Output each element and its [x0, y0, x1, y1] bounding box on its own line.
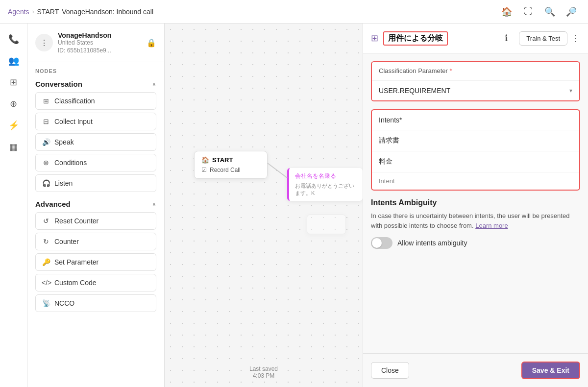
start-label: START: [212, 156, 233, 164]
canvas-node2-title: 会社名を名乗る: [295, 172, 357, 180]
node-speak[interactable]: 🔊 Speak: [35, 133, 156, 151]
sidebar-phone-btn[interactable]: 📞: [4, 29, 24, 49]
sidebar-crosshair-btn[interactable]: ⊕: [4, 94, 24, 114]
set-param-icon: 🔑: [42, 258, 50, 266]
node-listen[interactable]: 🎧 Listen: [35, 174, 156, 192]
canvas-node-3[interactable]: [307, 215, 346, 234]
home-node-icon: 🏠: [201, 156, 209, 164]
canvas: 🏠 START ☑ Record Call 会社名を名乗る お電話ありがとうござ…: [165, 24, 363, 387]
ambig-description: In case there is uncertainty between int…: [371, 211, 580, 230]
intent-item-2[interactable]: 料金: [372, 151, 579, 172]
breadcrumb-chevron-icon: ›: [32, 8, 34, 15]
learn-more-link[interactable]: Learn more: [475, 222, 508, 229]
agent-details: VonageHandson United States ID: 655b1310…: [58, 31, 111, 54]
right-panel-header: ⊞ 用件による分岐 ℹ Train & Test ⋮: [363, 24, 588, 53]
close-button[interactable]: Close: [371, 362, 409, 379]
node-counter[interactable]: ↻ Counter: [35, 233, 156, 250]
lock-icon: 🔒: [147, 38, 156, 48]
sidebar-layers-btn[interactable]: ⊞: [4, 73, 24, 92]
agent-id: ID: 655b131085e9...: [58, 47, 111, 54]
counter-label: Counter: [54, 238, 79, 245]
record-call-item: ☑ Record Call: [201, 167, 260, 173]
agent-name: VonageHandson: [58, 31, 111, 39]
ncco-icon: 📡: [42, 299, 50, 307]
collect-input-icon: ⊟: [42, 118, 50, 125]
canvas-node-2[interactable]: 会社名を名乗る お電話ありがとうございます。K: [287, 168, 363, 201]
topbar: Agents › START VonageHandson: Inbound ca…: [0, 0, 588, 24]
node-ncco[interactable]: 📡 NCCO: [35, 294, 156, 312]
classification-label: Classification: [54, 97, 95, 105]
custom-code-label: Custom Code: [54, 279, 97, 287]
intents-header: Intents*: [372, 110, 579, 130]
zoom-icon-btn[interactable]: 🔎: [563, 3, 580, 21]
counter-icon: ↻: [42, 238, 50, 245]
node-collect-input[interactable]: ⊟ Collect Input: [35, 113, 156, 130]
sidebar-users-btn[interactable]: 👥: [4, 51, 24, 71]
more-options-button[interactable]: ⋮: [571, 33, 580, 44]
record-call-label: Record Call: [210, 167, 241, 173]
main-layout: 📞 👥 ⊞ ⊕ ⚡ ▦ ⋮ VonageHandson United State…: [0, 24, 588, 387]
conditions-icon: ⊛: [42, 159, 50, 167]
advanced-section: Advanced ∧ ↺ Reset Counter ↻ Counter 🔑 S…: [35, 200, 156, 312]
info-icon-btn[interactable]: ℹ: [497, 29, 515, 47]
node-set-parameter[interactable]: 🔑 Set Parameter: [35, 253, 156, 271]
reset-counter-label: Reset Counter: [54, 217, 98, 225]
advanced-title: Advanced: [35, 200, 71, 208]
allow-ambiguity-toggle[interactable]: [371, 237, 392, 249]
collect-input-label: Collect Input: [54, 118, 93, 125]
search-icon-btn[interactable]: 🔍: [541, 3, 559, 21]
last-saved: Last saved 4:03 PM: [249, 365, 278, 379]
node-classification[interactable]: ⊞ Classification: [35, 92, 156, 110]
ncco-label: NCCO: [54, 299, 74, 307]
conversation-title: Conversation: [35, 80, 82, 88]
start-node[interactable]: 🏠 START ☑ Record Call: [194, 151, 268, 179]
breadcrumb-detail: VonageHandson: Inbound call: [62, 8, 153, 16]
classification-param-label: Classification Parameter *: [379, 67, 572, 74]
avatar-dots: ⋮: [40, 38, 48, 48]
select-wrapper: USER.REQUIREMENT USER.INTENT USER.TYPE ▾: [372, 81, 579, 100]
speak-icon: 🔊: [42, 138, 50, 146]
home-icon-btn[interactable]: 🏠: [498, 3, 515, 21]
ambig-title: Intents Ambiguity: [371, 198, 580, 207]
conversation-section: Conversation ∧ ⊞ Classification ⊟ Collec…: [35, 80, 156, 192]
advanced-header[interactable]: Advanced ∧: [35, 200, 156, 208]
advanced-chevron-icon: ∧: [152, 201, 156, 208]
start-node-header: 🏠 START: [201, 156, 260, 164]
record-icon: ☑: [201, 167, 207, 173]
canvas-node2-text: お電話ありがとうございます。K: [295, 182, 357, 197]
breadcrumb: Agents › START VonageHandson: Inbound ca…: [8, 8, 494, 16]
node-custom-code[interactable]: </> Custom Code: [35, 274, 156, 291]
panel-header-actions: ℹ Train & Test ⋮: [497, 29, 580, 47]
save-exit-button[interactable]: Save & Exit: [521, 362, 580, 379]
reset-counter-icon: ↺: [42, 217, 50, 225]
canvas-background: [165, 24, 363, 387]
required-star: *: [450, 67, 452, 74]
topbar-icons: 🏠 ⛶ 🔍 🔎: [498, 3, 580, 21]
intent-placeholder-label: Intent: [372, 172, 579, 190]
custom-code-icon: </>: [42, 279, 50, 287]
sidebar-lightning-btn[interactable]: ⚡: [4, 116, 24, 135]
agent-avatar: ⋮: [35, 34, 53, 51]
left-panel: ⋮ VonageHandson United States ID: 655b13…: [27, 24, 165, 387]
classification-param-select[interactable]: USER.REQUIREMENT USER.INTENT USER.TYPE: [372, 81, 579, 100]
right-panel-footer: Close Save & Exit: [363, 353, 588, 387]
icon-sidebar: 📞 👥 ⊞ ⊕ ⚡ ▦: [0, 24, 27, 387]
classification-icon: ⊞: [42, 97, 50, 105]
set-parameter-label: Set Parameter: [54, 258, 98, 266]
node-reset-counter[interactable]: ↺ Reset Counter: [35, 212, 156, 230]
conversation-header[interactable]: Conversation ∧: [35, 80, 156, 88]
node-conditions[interactable]: ⊛ Conditions: [35, 154, 156, 171]
intent-item-1[interactable]: 請求書: [372, 130, 579, 151]
classification-param-bordered: Classification Parameter * USER.REQUIREM…: [371, 61, 580, 101]
nodes-section: NODES Conversation ∧ ⊞ Classification ⊟ …: [27, 62, 164, 326]
sidebar-grid-btn[interactable]: ▦: [4, 137, 24, 157]
breadcrumb-agents[interactable]: Agents: [8, 8, 29, 16]
fullscreen-icon-btn[interactable]: ⛶: [519, 3, 537, 21]
intents-section: Intents* 請求書 料金 Intent: [371, 109, 580, 191]
intents-ambiguity-section: Intents Ambiguity In case there is uncer…: [371, 198, 580, 249]
train-test-button[interactable]: Train & Test: [519, 31, 567, 46]
listen-icon: 🎧: [42, 179, 50, 187]
breadcrumb-page: START: [37, 8, 59, 16]
right-panel-content: Classification Parameter * USER.REQUIREM…: [363, 53, 588, 353]
speak-label: Speak: [54, 138, 74, 146]
